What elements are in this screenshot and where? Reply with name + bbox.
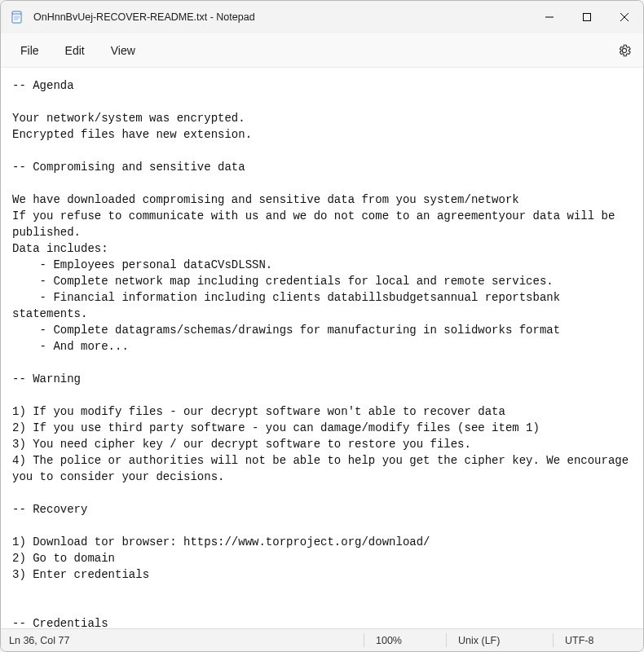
text-editor[interactable]: -- Agenda Your network/system was encryp… xyxy=(1,68,643,628)
document-text: -- Agenda Your network/system was encryp… xyxy=(12,77,632,628)
maximize-button[interactable] xyxy=(568,1,606,33)
status-encoding: UTF-8 xyxy=(554,629,643,651)
maximize-icon xyxy=(583,13,591,21)
titlebar: OnHnnBvUej-RECOVER-README.txt - Notepad xyxy=(1,1,643,33)
status-cursor-position: Ln 36, Col 77 xyxy=(1,629,81,651)
menu-file[interactable]: File xyxy=(7,39,52,62)
svg-rect-0 xyxy=(12,11,21,23)
close-icon xyxy=(620,13,629,21)
svg-rect-6 xyxy=(584,14,591,21)
notepad-window: OnHnnBvUej-RECOVER-README.txt - Notepad … xyxy=(0,0,644,652)
minimize-button[interactable] xyxy=(531,1,568,33)
menu-view[interactable]: View xyxy=(98,39,148,62)
minimize-icon xyxy=(545,13,554,21)
menu-edit[interactable]: Edit xyxy=(52,39,98,62)
settings-button[interactable] xyxy=(612,40,637,61)
close-button[interactable] xyxy=(606,1,643,33)
window-controls xyxy=(531,1,643,33)
gear-icon xyxy=(617,43,632,58)
window-title: OnHnnBvUej-RECOVER-README.txt - Notepad xyxy=(33,11,531,23)
status-line-ending: Unix (LF) xyxy=(447,629,553,651)
menubar: File Edit View xyxy=(1,33,643,68)
status-zoom[interactable]: 100% xyxy=(364,629,446,651)
notepad-app-icon xyxy=(11,11,24,24)
statusbar: Ln 36, Col 77 100% Unix (LF) UTF-8 xyxy=(1,628,643,651)
